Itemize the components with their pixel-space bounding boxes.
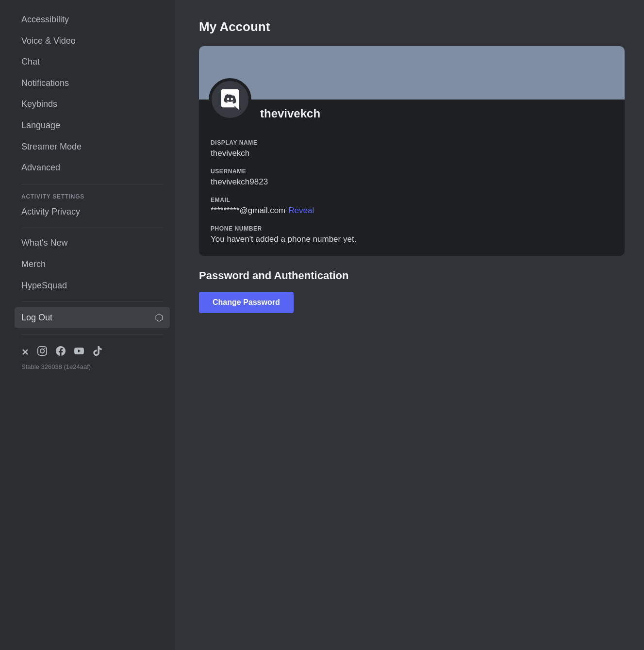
profile-identity: thevivekch [199,100,625,131]
sidebar-item-hypesquad[interactable]: HypeSquad [15,276,170,296]
sidebar-item-activity-privacy[interactable]: Activity Privacy [15,202,170,222]
avatar [209,78,251,121]
page-title: My Account [199,19,625,34]
twitter-x-icon[interactable]: ✕ [21,347,29,358]
activity-settings-label: ACTIVITY SETTINGS [15,189,170,202]
info-section: DISPLAY NAME thevivekch USERNAME thevive… [199,131,625,256]
youtube-icon[interactable] [74,346,84,358]
profile-username: thevivekch [260,100,320,120]
social-row: ✕ [15,339,170,361]
sidebar-item-merch[interactable]: Merch [15,254,170,275]
sidebar-divider-3 [21,301,163,302]
sidebar-item-voice-video[interactable]: Voice & Video [15,31,170,51]
username-value: thevivekch9823 [211,177,613,187]
change-password-button[interactable]: Change Password [199,292,294,313]
display-name-value: thevivekch [211,149,613,158]
sidebar-item-notifications[interactable]: Notifications [15,73,170,94]
facebook-icon[interactable] [56,346,66,358]
sidebar-item-accessibility[interactable]: Accessibility [15,10,170,30]
reveal-link[interactable]: Reveal [288,206,314,215]
phone-value: You haven't added a phone number yet. [211,234,613,244]
sidebar-item-streamer-mode[interactable]: Streamer Mode [15,137,170,157]
profile-card: thevivekch DISPLAY NAME thevivekch USERN… [199,46,625,256]
display-name-field: DISPLAY NAME thevivekch [211,139,613,158]
discord-logo [217,87,243,112]
profile-banner [199,46,625,100]
username-label: USERNAME [211,168,613,175]
email-value: *********@gmail.comReveal [211,206,613,216]
password-section-title: Password and Authentication [199,269,625,282]
sidebar-divider-1 [21,184,163,184]
display-name-label: DISPLAY NAME [211,139,613,146]
username-field: USERNAME thevivekch9823 [211,168,613,187]
logout-label: Log Out [21,313,52,323]
tiktok-icon[interactable] [93,346,102,358]
sidebar-item-chat[interactable]: Chat [15,52,170,72]
sidebar-item-whats-new[interactable]: What's New [15,233,170,253]
phone-label: PHONE NUMBER [211,225,613,232]
phone-field: PHONE NUMBER You haven't added a phone n… [211,225,613,244]
main-content: My Account thevivekch DISPLAY NAME thevi… [175,0,644,650]
email-masked: *********@gmail.com [211,206,285,215]
logout-icon: ⬡ [155,312,163,323]
sidebar-divider-4 [21,334,163,334]
instagram-icon[interactable] [37,346,47,358]
sidebar: AccessibilityVoice & VideoChatNotificati… [0,0,175,650]
sidebar-divider-2 [21,228,163,228]
sidebar-item-language[interactable]: Language [15,116,170,136]
email-field: EMAIL *********@gmail.comReveal [211,197,613,216]
logout-button[interactable]: Log Out ⬡ [15,307,170,328]
sidebar-item-keybinds[interactable]: Keybinds [15,94,170,115]
email-label: EMAIL [211,197,613,203]
version-text: Stable 326038 (1e24aaf) [15,361,170,372]
sidebar-item-advanced[interactable]: Advanced [15,158,170,178]
